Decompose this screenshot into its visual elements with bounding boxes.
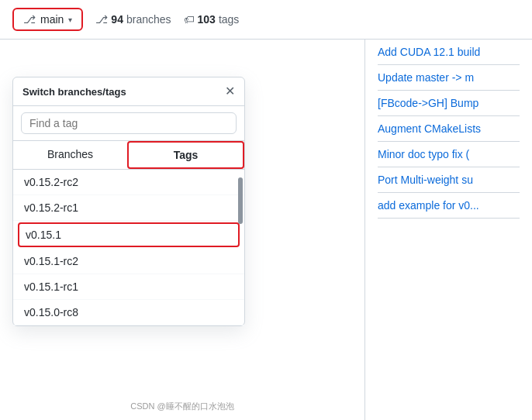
tag-search-input[interactable] — [21, 112, 237, 134]
commit-item[interactable]: Add CUDA 12.1 build — [378, 40, 520, 65]
left-panel: Switch branches/tags ✕ Branches Tags v0.… — [0, 40, 364, 420]
branch-selector-button[interactable]: ⎇ main ▾ — [12, 8, 83, 31]
branch-name-label: main — [40, 13, 64, 26]
meta-info: ⎇ 94 branches 🏷 103 tags — [95, 13, 239, 26]
tag-icon: 🏷 — [184, 13, 195, 26]
tab-branches[interactable]: Branches — [13, 141, 127, 169]
page-layout: ⎇ main ▾ ⎇ 94 branches 🏷 103 tags Switc — [0, 0, 532, 420]
tabs-row: Branches Tags — [13, 141, 244, 170]
tab-tags[interactable]: Tags — [127, 141, 244, 169]
tag-count: 103 — [198, 13, 216, 26]
commit-item[interactable]: Update master -> m — [378, 65, 520, 91]
commit-item[interactable]: Port Multi-weight su — [378, 167, 520, 193]
branch-count-icon: ⎇ — [95, 13, 108, 26]
tag-item[interactable]: v0.15.1-rc2 — [13, 249, 244, 274]
branches-meta[interactable]: ⎇ 94 branches — [95, 13, 171, 26]
search-box — [13, 106, 244, 141]
branch-unit: branches — [126, 13, 171, 26]
commit-list: Add CUDA 12.1 build Update master -> m [… — [378, 40, 520, 219]
dropdown-header: Switch branches/tags ✕ — [13, 77, 244, 106]
commit-item[interactable]: Minor doc typo fix ( — [378, 142, 520, 167]
watermark-text: CSDN @睡不醒的口水泡泡 — [130, 401, 233, 412]
content-area: Switch branches/tags ✕ Branches Tags v0.… — [0, 40, 532, 420]
right-panel: Add CUDA 12.1 build Update master -> m [… — [364, 40, 532, 420]
tag-item[interactable]: v0.15.2-rc1 — [13, 195, 244, 221]
tag-unit: tags — [219, 13, 239, 26]
chevron-down-icon: ▾ — [68, 15, 72, 24]
commit-item[interactable]: Augment CMakeLists — [378, 116, 520, 142]
tag-item[interactable]: v0.15.1-rc1 — [13, 274, 244, 300]
close-button[interactable]: ✕ — [225, 85, 235, 98]
dropdown-title: Switch branches/tags — [22, 86, 126, 98]
branch-count: 94 — [111, 13, 123, 26]
tag-item-selected[interactable]: v0.15.1 — [18, 222, 240, 247]
commit-item[interactable]: [FBcode->GH] Bump — [378, 91, 520, 116]
tag-item[interactable]: v0.15.0-rc8 — [13, 300, 244, 325]
top-bar: ⎇ main ▾ ⎇ 94 branches 🏷 103 tags — [0, 0, 532, 40]
scrollbar[interactable] — [238, 177, 243, 224]
branch-dropdown-panel: Switch branches/tags ✕ Branches Tags v0.… — [12, 77, 245, 326]
tags-meta[interactable]: 🏷 103 tags — [184, 13, 240, 26]
tags-list: v0.15.2-rc2 v0.15.2-rc1 v0.15.1 v0.15.1-… — [13, 170, 244, 325]
git-branch-icon: ⎇ — [23, 13, 36, 26]
commit-item[interactable]: add example for v0... — [378, 193, 520, 219]
tag-item[interactable]: v0.15.2-rc2 — [13, 170, 244, 195]
